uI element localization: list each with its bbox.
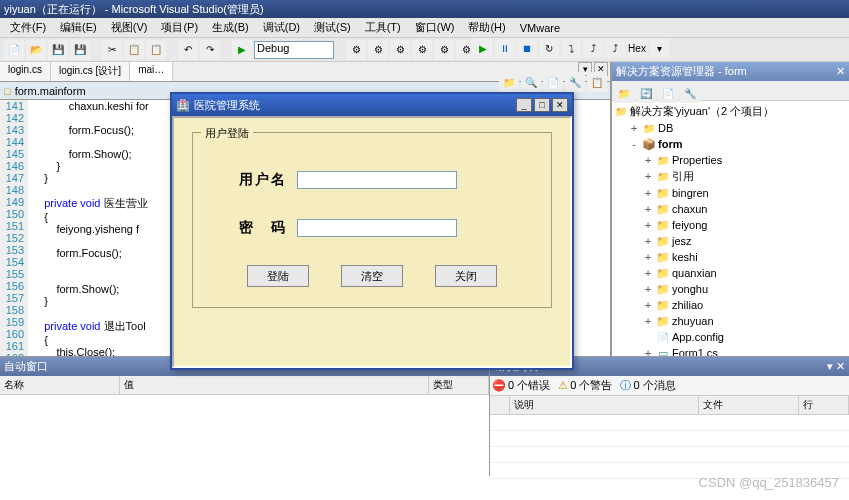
error-filter-tab[interactable]: ⛔0 个错误 — [492, 378, 550, 393]
group-title: 用户登陆 — [201, 126, 253, 141]
tree-item[interactable]: -📦form — [614, 136, 847, 152]
sln-tool-icon[interactable]: 📋 — [587, 72, 607, 92]
auto-grid-body[interactable] — [0, 395, 489, 476]
sln-tool-icon[interactable]: 📁 — [614, 83, 634, 103]
tree-item[interactable]: +📁Properties — [614, 152, 847, 168]
login-dialog: 🏥 医院管理系统 _ □ ✕ 用户登陆 用户名 密 码 登陆 清空 关闭 — [170, 92, 574, 370]
sln-tool-icon[interactable]: 📁 — [499, 72, 519, 92]
open-icon[interactable]: 📂 — [26, 40, 46, 60]
menu-item[interactable]: 窗口(W) — [409, 18, 461, 37]
window-title: yiyuan（正在运行） - Microsoft Visual Studio(管… — [0, 0, 849, 18]
watermark: CSDN @qq_251836457 — [699, 475, 839, 490]
editor-tab[interactable]: login.cs [设计] — [51, 62, 130, 81]
error-grid-header: 说明 文件 行 — [490, 396, 849, 415]
error-filter-tab[interactable]: ⚠0 个警告 — [558, 378, 612, 393]
sln-tool-icon[interactable]: 🔄 — [636, 83, 656, 103]
menu-item[interactable]: 工具(T) — [359, 18, 407, 37]
tree-item[interactable]: +📁DB — [614, 120, 847, 136]
close-icon[interactable]: ✕ — [552, 98, 568, 112]
undo-icon[interactable]: ↶ — [178, 40, 198, 60]
tree-item[interactable]: +📁zhuyuan — [614, 313, 847, 329]
login-button[interactable]: 登陆 — [247, 265, 309, 287]
sln-tool-icon[interactable]: 🔍 — [521, 72, 541, 92]
tree-item[interactable]: +📁quanxian — [614, 265, 847, 281]
step-out-icon[interactable]: ⤴ — [605, 38, 625, 58]
save-all-icon[interactable]: 💾 — [70, 40, 90, 60]
close-button[interactable]: 关闭 — [435, 265, 497, 287]
tree-item[interactable]: +📁jesz — [614, 233, 847, 249]
menu-item[interactable]: 生成(B) — [206, 18, 255, 37]
label-username: 用户名 — [239, 171, 287, 189]
solution-tree[interactable]: 📁解决方案'yiyuan'（2 个项目）+📁DB-📦form+📁Properti… — [612, 101, 849, 356]
minimize-icon[interactable]: _ — [516, 98, 532, 112]
col-type[interactable]: 类型 — [429, 376, 489, 394]
continue-icon[interactable]: ▶ — [232, 40, 252, 60]
col-line[interactable]: 行 — [799, 396, 849, 414]
tool-icon[interactable]: ⚙ — [346, 40, 366, 60]
col-desc[interactable]: 说明 — [510, 396, 699, 414]
label-password: 密 码 — [239, 219, 287, 237]
tree-root[interactable]: 📁解决方案'yiyuan'（2 个项目） — [614, 103, 847, 120]
toolbar-main: 📄 📂 💾 💾 ✂ 📋 📋 ↶ ↷ ▶ Debug ⚙ ⚙ ⚙ ⚙ ⚙ ⚙ — [0, 38, 849, 62]
continue-icon[interactable]: ▶ — [473, 38, 493, 58]
col-file[interactable]: 文件 — [699, 396, 799, 414]
tree-item[interactable]: +📁zhiliao — [614, 297, 847, 313]
copy-icon[interactable]: 📋 — [124, 40, 144, 60]
sln-tool-icon[interactable]: 🔧 — [680, 83, 700, 103]
hex-icon[interactable]: Hex — [627, 38, 647, 58]
step-over-icon[interactable]: ⤴ — [583, 38, 603, 58]
col-icon[interactable] — [490, 396, 510, 414]
restart-icon[interactable]: ↻ — [539, 38, 559, 58]
tree-item[interactable]: +📁keshi — [614, 249, 847, 265]
cut-icon[interactable]: ✂ — [102, 40, 122, 60]
menu-item[interactable]: 视图(V) — [105, 18, 154, 37]
menu-item[interactable]: 测试(S) — [308, 18, 357, 37]
tool-icon[interactable]: ⚙ — [434, 40, 454, 60]
tree-item[interactable]: +📁chaxun — [614, 201, 847, 217]
sln-tool-icon[interactable]: 📄 — [658, 83, 678, 103]
config-combo[interactable]: Debug — [254, 41, 334, 59]
sln-tool-icon[interactable]: 🔧 — [565, 72, 585, 92]
error-grid-body[interactable] — [490, 415, 849, 479]
error-list: 错误列表 ▾ ✕ ⛔0 个错误⚠0 个警告ⓘ0 个消息 说明 文件 行 — [490, 357, 849, 476]
paste-icon[interactable]: 📋 — [146, 40, 166, 60]
menu-item[interactable]: 文件(F) — [4, 18, 52, 37]
password-input[interactable] — [297, 219, 457, 237]
dialog-titlebar[interactable]: 🏥 医院管理系统 _ □ ✕ — [172, 94, 572, 116]
close-icon[interactable]: ✕ — [836, 360, 845, 372]
save-icon[interactable]: 💾 — [48, 40, 68, 60]
pause-icon[interactable]: ⏸ — [495, 38, 515, 58]
menubar: 文件(F)编辑(E)视图(V)项目(P)生成(B)调试(D)测试(S)工具(T)… — [0, 18, 849, 38]
sln-tool-icon[interactable]: 📄 — [543, 72, 563, 92]
tree-item[interactable]: +📁feiyong — [614, 217, 847, 233]
tree-item[interactable]: +📁bingren — [614, 185, 847, 201]
error-filter-tabs: ⛔0 个错误⚠0 个警告ⓘ0 个消息 — [490, 376, 849, 396]
col-value[interactable]: 值 — [120, 376, 429, 394]
clear-button[interactable]: 清空 — [341, 265, 403, 287]
editor-tab[interactable]: mai… — [130, 62, 173, 81]
menu-item[interactable]: 调试(D) — [257, 18, 306, 37]
redo-icon[interactable]: ↷ — [200, 40, 220, 60]
maximize-icon[interactable]: □ — [534, 98, 550, 112]
menu-item[interactable]: 项目(P) — [155, 18, 204, 37]
col-name[interactable]: 名称 — [0, 376, 120, 394]
stop-icon[interactable]: ⏹ — [517, 38, 537, 58]
tool-icon[interactable]: ⚙ — [390, 40, 410, 60]
username-input[interactable] — [297, 171, 457, 189]
tree-item[interactable]: +▭Form1.cs — [614, 345, 847, 356]
menu-item[interactable]: 帮助(H) — [462, 18, 511, 37]
tool-icon[interactable]: ⚙ — [368, 40, 388, 60]
step-into-icon[interactable]: ⤵ — [561, 38, 581, 58]
editor-tab[interactable]: login.cs — [0, 62, 51, 81]
tree-item[interactable]: +📁引用 — [614, 168, 847, 185]
tool-icon[interactable]: ▾ — [649, 38, 669, 58]
tool-icon[interactable]: ⚙ — [412, 40, 432, 60]
tree-item[interactable]: 📄App.config — [614, 329, 847, 345]
close-icon[interactable]: ✕ — [836, 65, 845, 78]
menu-item[interactable]: 编辑(E) — [54, 18, 103, 37]
error-filter-tab[interactable]: ⓘ0 个消息 — [620, 378, 675, 393]
menu-item[interactable]: VMware — [514, 20, 566, 36]
new-project-icon[interactable]: 📄 — [4, 40, 24, 60]
dropdown-icon[interactable]: ▾ — [827, 360, 833, 372]
tree-item[interactable]: +📁yonghu — [614, 281, 847, 297]
